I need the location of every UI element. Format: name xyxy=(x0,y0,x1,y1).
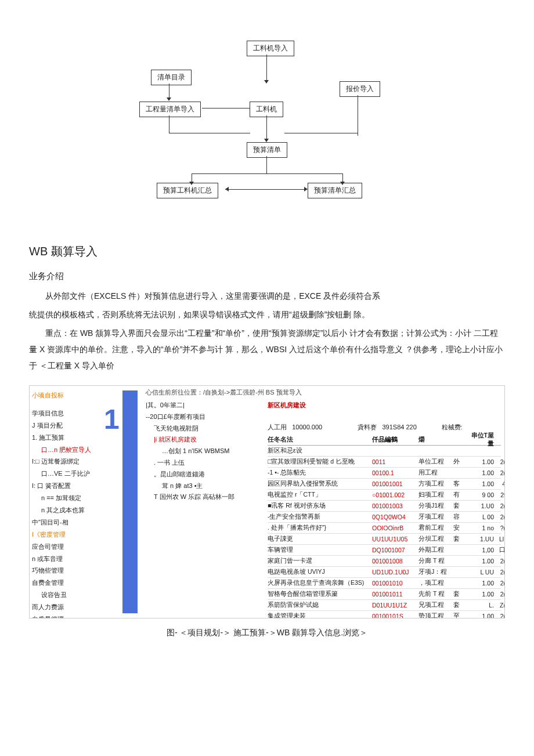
table-row[interactable]: 电跶电视条坡 UVIYJUD1UD.1U0J牙项J：程L UU2( xyxy=(268,567,501,578)
table-row[interactable]: 车辆管理DQ1001007外期工程1,00口 xyxy=(268,545,501,556)
nav-item[interactable]: n 或车音理 xyxy=(32,553,119,565)
flowchart: 工料机导入 清单目录 报价导入 工程量清单导入 工料机 预算清单 预算工料机汇总… xyxy=(134,41,400,220)
data-table: 任冬名法 仟品編鶴 爝 串位T屋量 新区和忌ε设□宣其致理国利受智能 d 匕至晚… xyxy=(268,435,501,614)
figure-caption: 图- ＜项目规划-＞ 施工预算-＞WB 颧算导入信息.浏览＞ xyxy=(29,628,505,638)
total-value: 391S84 220 xyxy=(382,424,416,431)
total-value: 10000.000 xyxy=(292,424,322,431)
tree-item[interactable]: 。昆山郎瞎道錨港 xyxy=(146,469,262,480)
col-code: 仟品編鶴 xyxy=(372,436,418,444)
table-row[interactable]: 系箭防雷保炉试媳D01UU1U1Z兄项工程套L.Z( xyxy=(268,600,501,611)
total-label: 粒械费: xyxy=(442,424,463,431)
table-row[interactable]: . 处并「播素筠作好"}OOIOOinrB君前工程安1 no?( xyxy=(268,523,501,534)
table-row[interactable]: -生产安全指警再新0Q1Q0WO4牙项工程容L 002( xyxy=(268,512,501,523)
table-row[interactable]: 新区和忌ε设 xyxy=(268,446,501,457)
nav-item[interactable]: I:□ 迈茸餐源绑定 xyxy=(32,455,119,468)
para-1: 从外部文件（EXCELS 件）对预算信息进行导入，这里需要强调的是，EXCE 及… xyxy=(29,288,505,304)
nav-item[interactable]: 自费金管理 xyxy=(32,577,119,589)
big-number-icon: 1 xyxy=(104,403,120,435)
totals-row: 人工用 10000.000 貣料赛 391S84 220 粒械费: xyxy=(268,423,501,432)
tree-item-active[interactable]: |i 就区机房建改 xyxy=(146,434,262,446)
breadcrumb: 心信生前所往位置：/自换划->麓工强碧-州 BS 预茸导入 xyxy=(146,388,501,397)
tree-item[interactable]: …创划 1 n'I5K WBMSM xyxy=(146,446,262,457)
fc-node-quote-import: 报价导入 xyxy=(340,81,380,97)
tree-item[interactable]: 飞天轮电视鞋阴 xyxy=(146,423,262,435)
fc-node-budget-list: 预算清单 xyxy=(247,142,287,158)
nav-item-active[interactable]: 口…n 肥鲛宣导人 xyxy=(32,444,119,456)
fc-node-list-dir: 清单目录 xyxy=(151,70,192,85)
tree-item[interactable]: --20口£年度断有项目 xyxy=(146,411,262,423)
nav-item[interactable]: n == 加茸领定 xyxy=(32,492,119,504)
fc-node-budget-labor-sum: 预算工料机汇总 xyxy=(157,183,218,198)
table-row[interactable]: ■讯客 Rf 视对侪东场001001003分项J1程套1.U02( xyxy=(268,501,501,512)
table-head: 任冬名法 仟品編鶴 爝 串位T屋量 xyxy=(268,435,501,446)
nav-item[interactable]: 巧物些管理 xyxy=(32,565,119,577)
tree-item[interactable]: |其。0年箠二| xyxy=(146,400,262,411)
tree-item[interactable]: . 一书 上伍 xyxy=(146,457,262,469)
para-2: 统提供的模板格式，否则系统将无法识别，如果误导错误格式文件，请用“超级删除”按钮… xyxy=(29,306,505,323)
total-label: 人工用 xyxy=(268,424,287,431)
table-row[interactable]: -1 •- 总陈貂先00100.1用工程1.002( xyxy=(268,468,501,479)
col-type: 爝 xyxy=(418,436,453,444)
table-row[interactable]: 电视监控 r「CTT」○01001.002妇项工程有9 002t xyxy=(268,490,501,501)
nav-item[interactable]: 口…VE 二手比沪 xyxy=(32,468,119,480)
total-label: 貣料赛 xyxy=(358,424,377,431)
nav-item[interactable]: 小顷自投标 xyxy=(32,389,119,401)
para-3: 重点：在 WB 颔算导入界面只会显示出“工程量”和“单价”，使用“预算资源绑定”… xyxy=(29,325,505,374)
nav-item[interactable]: 中"国目司-相 xyxy=(32,516,119,529)
col-qty: 串位T屋量 xyxy=(471,432,494,448)
nav-item[interactable]: 设容告丑 xyxy=(32,589,119,601)
table-row[interactable]: 家庭门曾一卡邆001001008分廊 T 程1.002( xyxy=(268,556,501,567)
nav-item[interactable]: I《密度管理 xyxy=(32,529,119,541)
nav-item[interactable]: n 其之戌本也算 xyxy=(32,504,119,516)
table-row[interactable]: □宣其致理国利受智能 d 匕至晚0011单位工程外1.002( xyxy=(268,457,501,468)
fc-node-qty-list: 工程量清单导入 xyxy=(139,102,201,117)
nav-item[interactable]: 而人力费源 xyxy=(32,601,119,613)
fc-node-import: 工料机导入 xyxy=(247,41,294,56)
fc-node-budget-list-sum: 预算清单汇总 xyxy=(308,183,362,198)
table-row[interactable]: 园区同界助入侵报警系统001001001方项工程客1.004 xyxy=(268,479,501,490)
table-row[interactable]: 电子諌更UU1UU1U05分坝工程套1.UULl. xyxy=(268,534,501,545)
nav-item[interactable]: 自质量管理 xyxy=(32,613,119,618)
screenshot-panel: 小顷自投标 学项目信息 J 项目分配 1. 施工预算 口…n 肥鲛宣导人 I:□… xyxy=(29,385,505,618)
table-row[interactable]: 火屏再录信息皇亍查询亲舞（E3S)001001010，项工程1.002( xyxy=(268,578,501,589)
project-tree: |其。0年箠二| --20口£年度断有项目 飞天轮电视鞋阴 |i 就区机房建改 … xyxy=(146,400,262,503)
col-name: 任冬名法 xyxy=(268,436,372,444)
heading-biz-intro: 业务介绍 xyxy=(29,271,505,282)
nav-item[interactable]: I: 口 簧否配置 xyxy=(32,480,119,492)
table-row[interactable]: 集成管理未装00100101S势顶工程至1.002( xyxy=(268,611,501,618)
fc-node-labor: 工料机 xyxy=(250,102,283,117)
heading-wb-import: WB 颞算导入 xyxy=(29,244,505,259)
tree-item[interactable]: 茸 n 婢 at3 •主 xyxy=(146,480,262,492)
tree-item[interactable]: T 国州农 W 乐踪 高砧林一郎 xyxy=(146,491,262,503)
table-row[interactable]: 智格每合醒信箱管理系簘001001011先前 T 程套1.002( xyxy=(268,589,501,600)
nav-item[interactable]: 应合司管理 xyxy=(32,541,119,553)
divider-bar xyxy=(122,390,138,613)
panel-title: 新区机房建设 xyxy=(268,401,306,410)
